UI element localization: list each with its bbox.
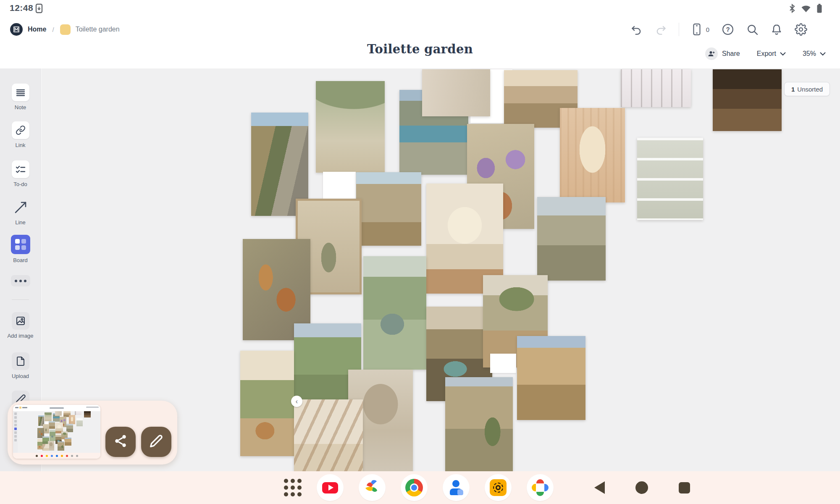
app-drawer-button[interactable] — [284, 479, 302, 496]
photo-beamed-living-room[interactable] — [294, 399, 363, 471]
chrome-app-icon[interactable] — [401, 474, 428, 501]
minimap-canvas — [18, 411, 100, 453]
battery-icon — [816, 3, 822, 15]
minimap-photo-clock-tower-village — [65, 438, 71, 446]
android-taskbar — [0, 471, 840, 504]
tool-todo[interactable]: To-do — [0, 160, 41, 187]
google-photos-app-icon[interactable] — [527, 474, 554, 501]
unsorted-badge[interactable]: 1 Unsorted — [784, 82, 830, 96]
photo-olive-terrace[interactable] — [316, 81, 385, 173]
minimap-photo-pergola-garden-pool — [50, 430, 56, 441]
export-button[interactable]: Export — [757, 50, 776, 58]
minimap-photo-beamed-living-room — [42, 444, 49, 451]
image-icon — [12, 312, 29, 330]
breadcrumb-board-link[interactable]: Toilette garden — [76, 26, 120, 33]
camera-app-icon[interactable] — [485, 474, 512, 501]
board-color-swatch[interactable] — [60, 24, 71, 35]
tool-line[interactable]: Line — [0, 199, 41, 226]
tool-more[interactable] — [0, 275, 41, 286]
tool-board[interactable]: Board — [0, 235, 41, 263]
android-status-bar: 12:48 — [0, 0, 840, 17]
board-minimap-thumbnail[interactable] — [13, 405, 100, 459]
tool-upload[interactable]: Upload — [0, 352, 41, 379]
link-icon — [12, 121, 29, 139]
wifi-icon — [801, 3, 811, 15]
card-nav-left-button[interactable]: ‹ — [291, 396, 302, 407]
card-blank-c[interactable] — [490, 354, 516, 373]
youtube-app-icon[interactable] — [317, 474, 344, 501]
settings-gear-button[interactable] — [795, 23, 807, 36]
minimap-card-blank-c — [62, 439, 64, 441]
note-icon — [12, 84, 29, 101]
photo-cobbled-alley[interactable] — [445, 377, 513, 471]
photo-shower-tile[interactable] — [422, 69, 490, 116]
minimap-photo-courtyard-door — [49, 421, 55, 428]
sidebar-divider — [12, 299, 29, 300]
offline-sync-button[interactable] — [691, 23, 702, 36]
nav-home-button[interactable] — [635, 481, 648, 494]
minimap-photo-shower-tile — [55, 411, 62, 416]
redo-button[interactable] — [655, 24, 667, 35]
photo-coral-shelf[interactable] — [637, 138, 703, 220]
clock: 12:48 — [10, 3, 33, 13]
notifications-bell-button[interactable] — [771, 24, 782, 35]
svg-text:?: ? — [726, 26, 730, 33]
panel-edit-button[interactable] — [141, 427, 171, 457]
minimap-taskbar — [13, 453, 100, 459]
minimap-photo-oleander-courtyard — [37, 439, 43, 449]
share-button[interactable]: Share — [722, 50, 740, 58]
breadcrumb-home-link[interactable]: Home — [28, 26, 46, 33]
minimap-photo-stone-pool-coast — [66, 424, 73, 432]
board-grid-icon — [11, 235, 30, 254]
photo-oleander-courtyard[interactable] — [240, 351, 294, 456]
photo-zellige-niche[interactable] — [560, 108, 625, 202]
export-chevron-down-icon[interactable] — [780, 52, 786, 56]
header-divider — [679, 23, 679, 36]
minimap-photo-coral-shelf — [76, 418, 83, 426]
tool-link[interactable]: Link — [0, 121, 41, 148]
minimap-header — [13, 405, 100, 411]
play-store-app-icon[interactable] — [359, 474, 386, 501]
app-screen: 12:48 — [0, 0, 840, 504]
minimap-photo-cobbled-alley — [58, 441, 64, 451]
phone-notification-icon — [34, 3, 44, 15]
photo-bookshelf-vignette[interactable] — [713, 69, 782, 131]
help-button[interactable]: ? — [722, 23, 734, 36]
photo-clock-tower-village[interactable] — [517, 336, 585, 420]
line-arrow-icon — [12, 199, 29, 216]
photo-pergola-garden-pool[interactable] — [363, 256, 426, 370]
photo-butterfly-frames[interactable] — [621, 69, 691, 107]
search-button[interactable] — [746, 24, 759, 36]
milanote-logo-icon[interactable] — [10, 23, 23, 36]
panel-share-button[interactable] — [105, 427, 136, 457]
unsorted-label: Unsorted — [797, 86, 823, 93]
tool-note[interactable]: Note — [0, 84, 41, 110]
undo-button[interactable] — [631, 24, 643, 35]
minimap-sidebar — [13, 411, 18, 453]
file-icon — [12, 352, 29, 370]
app-header: Home / Toilette garden — [0, 17, 840, 68]
minimap-photo-butterfly-frames — [75, 411, 81, 415]
nav-back-button[interactable] — [594, 481, 605, 494]
floating-capture-panel — [8, 401, 177, 465]
zoom-level-select[interactable]: 35% — [803, 50, 816, 58]
unsorted-count: 1 — [791, 86, 795, 93]
bluetooth-icon — [789, 3, 795, 15]
photo-stone-pool-coast[interactable] — [537, 197, 606, 281]
zoom-chevron-down-icon[interactable] — [820, 52, 826, 56]
pencil-icon — [150, 434, 163, 449]
minimap-photo-olive-terrace — [45, 412, 51, 421]
minimap-photo-bookshelf-vignette — [84, 411, 91, 417]
share-icon — [113, 434, 128, 450]
contacts-app-icon[interactable] — [443, 474, 470, 501]
breadcrumb-separator: / — [51, 26, 55, 33]
offline-count: 0 — [706, 26, 709, 33]
invite-user-icon[interactable] — [705, 47, 718, 60]
todo-checklist-icon — [12, 160, 29, 178]
tool-add-image[interactable]: Add image — [0, 312, 41, 339]
breadcrumb: Home / Toilette garden — [10, 22, 120, 37]
minimap-photo-zellige-niche — [69, 415, 75, 424]
photo-courtyard-door[interactable] — [356, 172, 421, 246]
more-tools-icon — [11, 275, 30, 286]
nav-recents-button[interactable] — [679, 482, 690, 494]
